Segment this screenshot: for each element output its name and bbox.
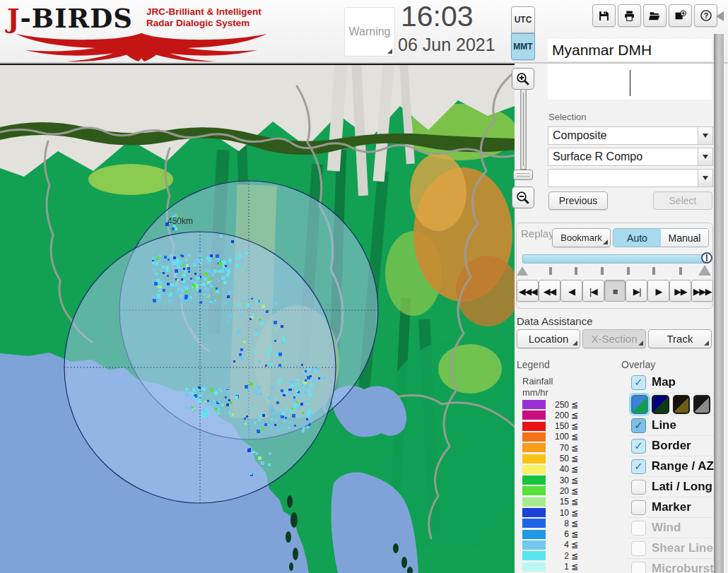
rain-echo-pixel xyxy=(228,399,230,401)
data-assistance-x-section-button[interactable]: X-Section xyxy=(582,329,646,348)
overlay-row-line: ✓Line xyxy=(628,415,714,435)
eagle-logo-icon xyxy=(7,31,276,62)
map-style-swatch-2[interactable] xyxy=(652,395,669,414)
open-file-button[interactable] xyxy=(643,4,667,27)
selection-dropdown-category[interactable]: Composite xyxy=(548,126,713,145)
map-zoom-in-button[interactable] xyxy=(512,68,534,90)
timezone-utc-button[interactable]: UTC xyxy=(511,6,535,33)
playback-forward-button[interactable]: ▶▶ xyxy=(669,280,691,302)
playback-step-forward-button[interactable]: ▶| xyxy=(626,280,647,302)
rain-echo-pixel xyxy=(281,325,283,328)
rain-echo-pixel xyxy=(202,283,206,286)
print-button[interactable] xyxy=(618,4,641,27)
map-zoom-out-button[interactable] xyxy=(512,187,534,208)
rain-echo-pixel xyxy=(262,428,264,431)
dropdown-arrow-icon[interactable] xyxy=(698,127,712,144)
radar-map-canvas[interactable]: 450km xyxy=(0,64,515,573)
rain-echo-pixel xyxy=(245,423,247,425)
playback-play-button[interactable]: ▶ xyxy=(647,280,669,302)
rain-echo-pixel xyxy=(159,255,161,257)
rain-echo-pixel xyxy=(180,254,182,256)
replay-range-end-marker[interactable] xyxy=(698,265,711,276)
rain-echo-pixel xyxy=(240,243,242,245)
playback-stop-button[interactable]: ■ xyxy=(604,280,626,302)
rain-echo-pixel xyxy=(259,393,262,396)
checkbox-marker[interactable] xyxy=(631,500,646,515)
rain-echo-pixel xyxy=(285,407,288,410)
playback-step-back-button[interactable]: |◀ xyxy=(582,280,604,302)
rain-echo-pixel xyxy=(171,260,173,262)
rain-echo-pixel xyxy=(249,448,251,450)
collapse-panel-arrow-icon[interactable] xyxy=(716,11,724,21)
replay-slider-handle[interactable] xyxy=(701,252,712,264)
replay-manual-button[interactable]: Manual xyxy=(661,229,708,247)
checkbox-map[interactable]: ✓ xyxy=(631,375,646,390)
bookmark-button[interactable]: Bookmark xyxy=(552,228,611,247)
rain-echo-pixel xyxy=(237,303,241,307)
legend-entry: 1≦ xyxy=(522,562,578,572)
capture-button[interactable] xyxy=(669,4,692,27)
rain-echo-pixel xyxy=(173,261,177,265)
rain-echo-pixel xyxy=(266,353,270,357)
timezone-mmt-button[interactable]: MMT xyxy=(511,33,535,60)
rain-echo-pixel xyxy=(216,288,218,290)
zoom-out-icon xyxy=(516,191,530,205)
select-button[interactable]: Select xyxy=(653,191,712,210)
rain-echo-pixel xyxy=(289,410,293,413)
rain-echo-pixel xyxy=(182,273,186,277)
overlay-row-range-az: ✓Range / AZ xyxy=(628,456,714,476)
playback-fast-rewind-button[interactable]: ◀◀◀ xyxy=(517,280,539,302)
replay-range-start-marker[interactable] xyxy=(517,266,528,276)
range-ring xyxy=(64,232,336,503)
checkbox-border[interactable]: ✓ xyxy=(631,439,646,454)
message-display-box[interactable] xyxy=(548,64,712,100)
legend-color-swatch xyxy=(522,400,546,409)
checkbox-range-az[interactable]: ✓ xyxy=(631,459,646,474)
rain-echo-pixel xyxy=(218,262,222,266)
map-style-swatch-3[interactable] xyxy=(673,395,690,414)
map-zoom-slider-handle[interactable] xyxy=(513,170,533,180)
previous-button[interactable]: Previous xyxy=(548,191,608,210)
map-zoom-slider-track[interactable] xyxy=(520,89,527,170)
legend-entry: 200≦ xyxy=(522,410,578,420)
rain-echo-pixel xyxy=(175,269,178,273)
selection-label: Selection xyxy=(548,112,586,122)
panel-scrollbar[interactable] xyxy=(714,34,724,573)
data-assistance-track-button[interactable]: Track xyxy=(648,329,712,348)
legend-value: 200 xyxy=(549,410,569,420)
rain-echo-pixel xyxy=(232,413,234,415)
replay-slider-track[interactable] xyxy=(522,254,708,264)
rain-echo-pixel xyxy=(185,259,187,261)
playback-reverse-play-button[interactable]: ◀ xyxy=(560,280,582,302)
rain-echo-pixel xyxy=(302,412,304,414)
replay-auto-button[interactable]: Auto xyxy=(613,229,661,247)
app-window: J-BIRDS JRC-Brilliant & Intelligent Rada… xyxy=(0,0,728,573)
map-style-swatch-4[interactable] xyxy=(693,395,710,414)
data-assistance-location-button[interactable]: Location xyxy=(517,329,580,348)
dropdown-arrow-icon[interactable] xyxy=(698,148,712,165)
playback-fast-forward-button[interactable]: ▶▶▶ xyxy=(691,280,713,302)
rain-echo-pixel xyxy=(312,379,316,382)
selection-dropdown-product[interactable]: Surface R Compo xyxy=(548,148,713,166)
rain-echo-pixel xyxy=(226,274,229,277)
map-style-swatch-1[interactable] xyxy=(631,395,648,414)
selection-dropdown-extra[interactable] xyxy=(548,169,713,187)
rain-echo-pixel xyxy=(278,364,281,367)
save-button[interactable] xyxy=(592,4,616,27)
playback-rewind-button[interactable]: ◀◀ xyxy=(539,280,560,302)
dropdown-arrow-icon[interactable] xyxy=(698,170,712,187)
legend-entry: 8≦ xyxy=(522,519,578,528)
rain-echo-pixel xyxy=(205,407,209,410)
warning-button[interactable]: Warning xyxy=(344,7,395,57)
checkbox-lati-long[interactable] xyxy=(631,480,646,495)
rain-echo-pixel xyxy=(153,268,155,271)
rain-echo-pixel xyxy=(239,314,242,317)
rain-echo-pixel xyxy=(228,268,230,271)
rain-echo-pixel xyxy=(215,408,218,410)
rain-echo-pixel xyxy=(160,270,163,272)
rain-echo-pixel xyxy=(229,314,232,317)
checkbox-line[interactable]: ✓ xyxy=(631,418,646,433)
rain-echo-pixel xyxy=(269,346,271,348)
overlay-row-wind: Wind xyxy=(628,517,714,538)
help-button[interactable]: ? xyxy=(694,4,717,27)
